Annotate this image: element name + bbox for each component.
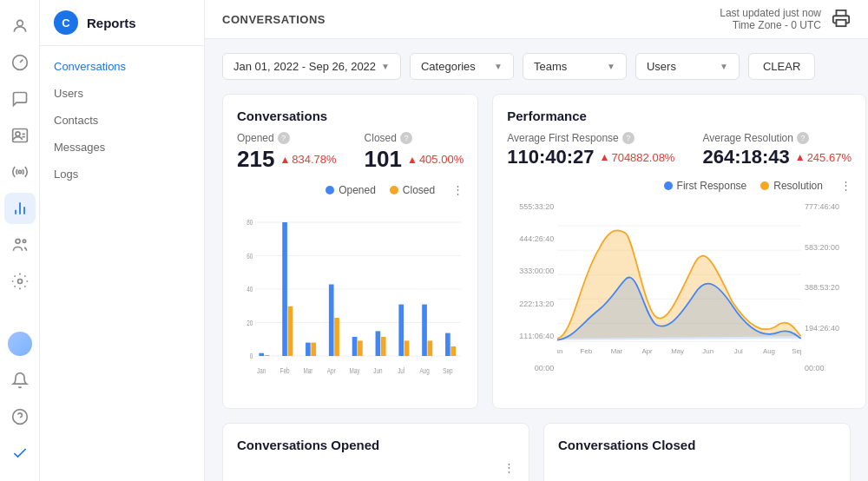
nav-logs[interactable]: Logs: [40, 161, 204, 188]
svg-rect-23: [259, 353, 264, 356]
performance-chart-container: 555:33:20 444:26:40 333:00:00 222:13:20 …: [507, 199, 852, 390]
closed-info-icon[interactable]: ?: [400, 132, 412, 144]
performance-more-icon[interactable]: ⋮: [840, 179, 852, 192]
first-response-label: Average First Response ?: [507, 132, 674, 144]
first-response-stat: Average First Response ? 110:40:27 ▲ 704…: [507, 132, 674, 168]
y-axis-right-labels: 777:46:40 583:20:00 388:53:20 194:26:40 …: [801, 199, 852, 390]
nav-logs-label: Logs: [54, 168, 78, 181]
conversations-closed-card: Conversations Closed: [543, 423, 851, 481]
sidebar-title: Reports: [87, 16, 136, 30]
rail-home-icon[interactable]: [4, 10, 36, 42]
timezone-text: Time Zone - 0 UTC: [720, 19, 821, 31]
nav-users[interactable]: Users: [40, 80, 204, 107]
icon-rail: [0, 0, 40, 481]
closed-arrow-icon: ▲: [407, 154, 418, 166]
performance-chart-header: First Response Resolution ⋮: [507, 179, 852, 192]
closed-label: Closed ?: [365, 132, 464, 144]
closed-stat: Closed ? 101 ▲ 405.00%: [365, 132, 464, 173]
rail-help-icon[interactable]: [4, 401, 36, 432]
svg-text:40: 40: [247, 284, 253, 294]
nav-conversations[interactable]: Conversations: [40, 53, 204, 80]
svg-rect-12: [837, 19, 846, 25]
svg-text:Feb: Feb: [581, 347, 593, 355]
svg-rect-27: [306, 343, 311, 356]
svg-rect-28: [311, 343, 316, 356]
legend-closed: Closed: [390, 184, 435, 196]
svg-rect-24: [265, 355, 270, 356]
performance-card-title: Performance: [507, 109, 852, 123]
conversations-chart: 80 60 40 20 0: [237, 203, 464, 394]
conversations-stats-row: Opened ? 215 ▲ 834.78%: [237, 132, 464, 173]
sidebar-nav: Conversations Users Contacts Messages Lo…: [40, 46, 204, 481]
content-area: Jan 01, 2022 - Sep 26, 2022 ▼ Categories…: [205, 39, 868, 481]
svg-rect-29: [329, 285, 334, 357]
svg-text:Jul: Jul: [734, 347, 743, 355]
svg-point-3: [18, 170, 21, 173]
closed-value: 101 ▲ 405.00%: [365, 146, 464, 173]
svg-point-2: [16, 132, 20, 136]
svg-text:0: 0: [250, 351, 253, 361]
svg-text:Jun: Jun: [373, 365, 383, 375]
svg-rect-25: [282, 222, 287, 356]
svg-text:May: May: [350, 365, 361, 375]
opened-stat: Opened ? 215 ▲ 834.78%: [237, 132, 337, 173]
rail-reports-icon[interactable]: [4, 193, 36, 224]
rail-avatar[interactable]: [4, 328, 36, 359]
conversations-card-title: Conversations: [237, 109, 464, 123]
svg-rect-33: [376, 331, 381, 356]
svg-text:Sep: Sep: [792, 347, 801, 355]
legend-opened: Opened: [326, 184, 376, 196]
date-range-filter[interactable]: Jan 01, 2022 - Sep 26, 2022 ▼: [222, 53, 401, 80]
opened-info-icon[interactable]: ?: [278, 132, 290, 144]
print-icon[interactable]: [832, 9, 851, 30]
teams-filter[interactable]: Teams ▼: [523, 53, 627, 80]
svg-rect-37: [422, 305, 427, 356]
resolution-value: 264:18:43 ▲ 245.67%: [702, 146, 852, 168]
rail-person-icon[interactable]: [4, 120, 36, 151]
legend-resolution: Resolution: [760, 180, 823, 192]
rail-team-icon[interactable]: [4, 229, 36, 260]
users-chevron-icon: ▼: [720, 62, 728, 71]
filter-bar: Jan 01, 2022 - Sep 26, 2022 ▼ Categories…: [222, 53, 851, 80]
opened-card-more-icon[interactable]: ⋮: [503, 461, 515, 474]
nav-contacts[interactable]: Contacts: [40, 107, 204, 134]
rail-check-icon[interactable]: [4, 438, 36, 469]
first-response-value: 110:40:27 ▲ 704882.08%: [507, 146, 674, 168]
nav-messages[interactable]: Messages: [40, 134, 204, 161]
rail-bell-icon[interactable]: [4, 365, 36, 396]
resolution-change: ▲ 245.67%: [795, 151, 852, 164]
clear-button[interactable]: CLEAR: [748, 53, 815, 80]
rail-settings-icon[interactable]: [4, 266, 36, 297]
sidebar-header: C Reports: [40, 0, 204, 46]
users-filter[interactable]: Users ▼: [635, 53, 740, 80]
conversations-card: Conversations Opened ? 215 ▲ 834.78%: [222, 94, 478, 409]
conversations-more-icon[interactable]: ⋮: [452, 183, 464, 196]
categories-filter[interactable]: Categories ▼: [410, 53, 514, 80]
first-response-info-icon[interactable]: ?: [622, 132, 635, 144]
legend-first-response: First Response: [664, 180, 747, 192]
svg-text:Aug: Aug: [419, 365, 430, 375]
rail-chat-icon[interactable]: [4, 83, 36, 115]
svg-rect-35: [398, 305, 404, 356]
avatar: C: [54, 10, 78, 35]
performance-card: Performance Average First Response ? 110…: [492, 94, 866, 409]
legend-resolution-dot: [760, 181, 769, 190]
date-range-value: Jan 01, 2022 - Sep 26, 2022: [233, 60, 376, 73]
first-response-change: ▲ 704882.08%: [600, 151, 675, 164]
svg-rect-36: [404, 340, 410, 356]
rail-speed-icon[interactable]: [4, 47, 36, 78]
svg-point-7: [16, 239, 20, 243]
resolution-info-icon[interactable]: ?: [797, 132, 809, 144]
topbar: CONVERSATIONS Last updated just now Time…: [205, 0, 868, 39]
main-content: CONVERSATIONS Last updated just now Time…: [205, 0, 868, 481]
rail-broadcast-icon[interactable]: [4, 156, 36, 188]
nav-messages-label: Messages: [54, 141, 105, 154]
svg-text:Jun: Jun: [703, 347, 714, 355]
svg-text:Mar: Mar: [303, 365, 312, 375]
conversations-opened-title: Conversations Opened: [237, 438, 515, 452]
svg-text:Jan: Jan: [557, 347, 562, 355]
topbar-right: Last updated just now Time Zone - 0 UTC: [720, 7, 851, 31]
performance-chart-svg-container: Jan Feb Mar Apr May Jun Jul Aug Sep: [557, 199, 801, 390]
svg-text:Jan: Jan: [257, 365, 266, 375]
legend-closed-dot: [390, 186, 398, 194]
